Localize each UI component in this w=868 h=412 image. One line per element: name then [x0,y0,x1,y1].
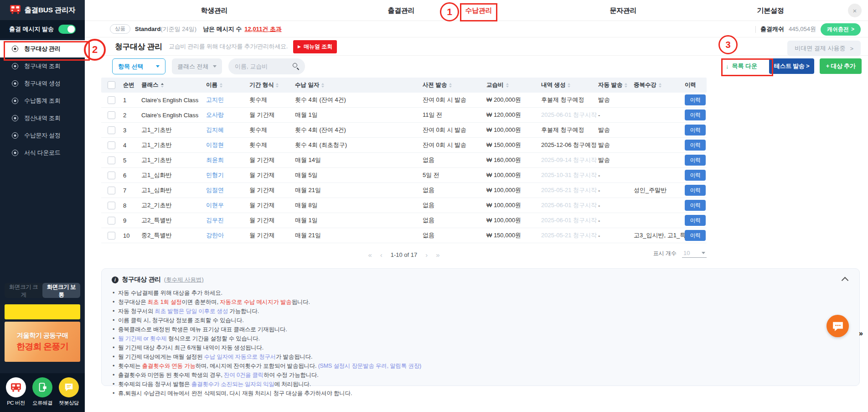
sort-arrows-icon[interactable] [161,83,164,88]
col-header-label[interactable]: 기간 형식 [249,81,274,89]
test-send-button[interactable]: 테스트 발송 > [769,58,814,74]
cell-value[interactable]: 오사랑 [206,111,224,119]
col-header-label[interactable]: 클래스 [141,81,159,89]
sort-arrows-icon[interactable] [321,83,324,88]
cell-value: 없음 [423,216,434,224]
col-header-label[interactable]: 교습비 [486,81,504,89]
cell-value[interactable]: 임절연 [206,186,224,194]
prev-page-icon[interactable]: ‹ [380,251,382,258]
tab-settings[interactable]: 기본설정 [757,0,784,21]
product-name: Standard(기준일 24일) [135,25,196,33]
list-download-button[interactable]: ↓목록 다운 [719,58,764,74]
cell-value: 후불제 청구예정 [541,96,584,104]
sort-arrows-icon[interactable] [568,83,570,88]
col-header-label[interactable]: 사전 발송 [423,81,447,89]
history-button[interactable]: 이력 [685,140,706,151]
sort-arrows-icon[interactable] [449,83,452,88]
sort-arrows-icon[interactable] [276,83,279,88]
row-checkbox[interactable] [108,202,115,209]
close-icon[interactable]: × [848,4,862,17]
history-button[interactable]: 이력 [685,125,706,136]
footer-item-pc[interactable]: PC 버전 [5,377,26,412]
history-button[interactable]: 이력 [685,200,706,211]
search-input[interactable] [234,63,289,70]
screen-size-normal-button[interactable]: 화면크기 보통 [42,283,80,298]
message-send-toggle[interactable] [58,25,76,34]
screen-size-large-button[interactable]: 화면크기 크게 [5,283,42,298]
sort-arrows-icon[interactable] [220,83,222,88]
sidebar-item-billing-create[interactable]: 청구내역 생성 [0,75,85,92]
last-page-icon[interactable]: » [436,251,439,258]
col-header-label[interactable]: 이름 [206,81,217,89]
cell-value[interactable]: 최윤희 [206,156,224,164]
row-checkbox[interactable] [108,232,115,240]
field-select-dropdown[interactable]: 항목 선택 [112,58,165,74]
add-target-button[interactable]: + 대상 추가 [820,58,862,74]
cell-value[interactable]: 이현우 [206,201,224,209]
history-button[interactable]: 이력 [685,230,706,241]
cell-value[interactable]: 고지민 [206,96,224,104]
first-page-icon[interactable]: « [368,251,372,258]
contactless-payment-button[interactable]: 비대면 결제 사용중> [787,41,861,56]
cell-fee: ₩ 150,000원 [486,231,541,240]
tab-attendance[interactable]: 출결관리 [388,0,415,21]
tab-payment[interactable]: 수납관리 [465,0,492,21]
history-button[interactable]: 이력 [685,94,706,105]
history-button[interactable]: 이력 [685,170,706,181]
yellow-banner[interactable] [5,304,80,319]
select-all-checkbox[interactable] [108,81,115,89]
usage-guide-link[interactable]: (횟수제 사용법) [164,276,204,284]
row-checkbox[interactable] [108,172,115,179]
sort-arrows-icon[interactable] [659,83,661,88]
search-icon[interactable] [293,63,300,70]
col-header-label[interactable]: 중복수강 [634,81,656,89]
history-button[interactable]: 이력 [685,155,706,166]
class-select-dropdown[interactable]: 클래스 전체 [172,58,222,74]
cell-value[interactable]: 김지혜 [206,126,224,134]
chat-fab-button[interactable] [827,315,849,337]
app-logo: 출결BUS 관리자 [0,0,85,20]
tab-students[interactable]: 학생관리 [201,0,228,21]
row-checkbox[interactable] [108,217,115,224]
footer-item-err[interactable]: 오류해결 [32,377,53,412]
sidebar-item-payment-sms[interactable]: 수납문자 설정 [0,127,85,144]
corner-collapse-icon[interactable]: » [859,329,863,338]
cell-chk [101,202,123,209]
sort-arrows-icon[interactable] [506,83,509,88]
sidebar-item-payment-stats[interactable]: 수납통계 조회 [0,92,85,110]
col-header-label[interactable]: 내역 생성 [541,81,565,89]
history-button[interactable]: 이력 [685,215,706,226]
col-header-label: 순번 [123,81,134,89]
manual-button[interactable]: ▶매뉴얼 조회 [293,40,337,53]
cell-cls: 고1_기초반 [141,141,206,149]
sort-arrows-icon[interactable] [625,83,627,88]
row-checkbox[interactable] [108,111,115,119]
cell-value[interactable]: 이정현 [206,141,224,149]
col-header-label[interactable]: 자동 발송 [598,81,622,89]
row-checkbox[interactable] [108,141,115,149]
row-checkbox[interactable] [108,156,115,164]
sidebar-item-billing-targets[interactable]: 청구대상 관리 [0,40,85,57]
history-button[interactable]: 이력 [685,185,706,196]
ad-banner[interactable]: 겨울학기 공동구매 한경희 온풍기 [5,322,80,362]
footer-item-bot[interactable]: 챗봇상담 [58,377,79,412]
history-button[interactable]: 이력 [685,110,706,120]
cell-value[interactable]: 강한아 [206,231,224,240]
row-checkbox[interactable] [108,126,115,134]
sidebar-item-form-download[interactable]: 서식 다운로드 [0,144,85,162]
cell-no: 7 [123,187,141,194]
tab-sms[interactable]: 문자관리 [610,0,637,21]
sidebar-item-settlement[interactable]: 정산내역 조회 [0,110,85,127]
cash-charge-button[interactable]: 캐쉬충전> [821,23,861,36]
row-checkbox[interactable] [108,96,115,104]
col-header-label[interactable]: 수납 일자 [295,81,319,89]
cell-value[interactable]: 김우진 [206,216,224,224]
per-page-select[interactable]: 10 [682,249,707,258]
next-page-icon[interactable]: › [425,251,428,258]
sidebar-item-billing-history[interactable]: 청구내역 조회 [0,57,85,75]
remaining-message-value[interactable]: 12,011건 초과 [244,25,282,33]
cell-value[interactable]: 민형기 [206,171,224,179]
cell-chk [101,156,123,164]
row-checkbox[interactable] [108,187,115,194]
cell-pre_send: 잔여 0회 시 발송 [423,96,486,104]
